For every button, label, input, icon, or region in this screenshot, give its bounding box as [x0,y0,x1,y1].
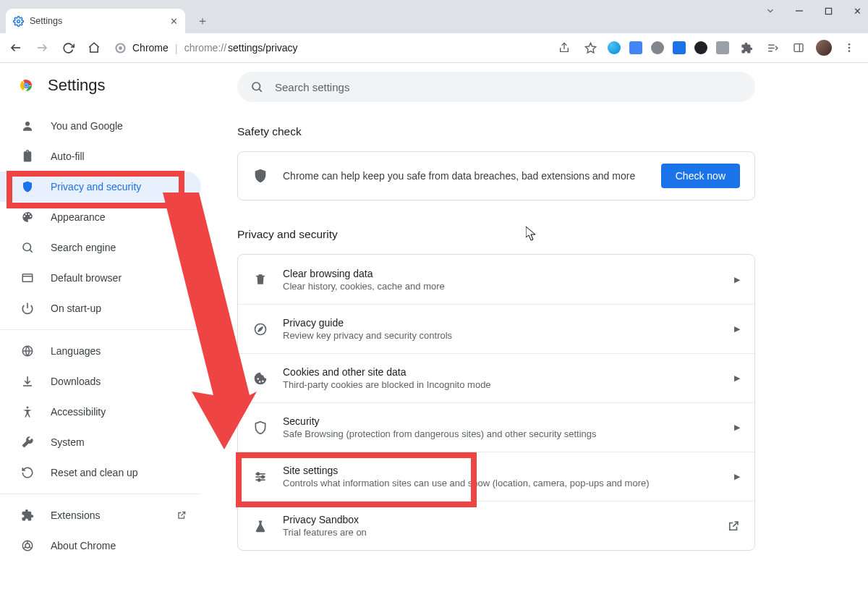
svg-point-44 [257,473,259,475]
sidebar-item-appearance[interactable]: Appearance [0,202,201,232]
new-tab-button[interactable]: ＋ [192,11,213,31]
row-clear-browsing-data[interactable]: Clear browsing dataClear history, cookie… [238,255,754,304]
chevron-right-icon: ▶ [734,373,740,383]
site-info-icon[interactable] [114,42,127,54]
home-button[interactable] [85,39,103,56]
sidebar-item-about-chrome[interactable]: About Chrome [0,530,201,561]
sidebar-item-privacy-security[interactable]: Privacy and security [0,172,201,202]
row-cookies[interactable]: Cookies and other site dataThird-party c… [238,353,754,402]
reading-list-icon[interactable] [764,39,781,56]
svg-point-45 [262,475,264,478]
sidebar-item-reset[interactable]: Reset and clean up [0,457,201,488]
svg-point-15 [848,47,851,49]
window-maximize-button[interactable] [822,4,835,17]
sidebar-item-label: Search engine [51,242,116,253]
puzzle-icon [20,508,35,523]
flask-icon [252,518,268,534]
sidebar-item-accessibility[interactable]: Accessibility [0,397,201,427]
tab-close-icon[interactable]: ✕ [170,16,178,27]
extension-icon-1[interactable] [608,41,621,54]
sidebar-item-label: Extensions [51,509,100,521]
sidebar-item-label: Downloads [51,376,101,387]
safety-check-text: Chrome can help keep you safe from data … [283,170,647,182]
sidebar-item-downloads[interactable]: Downloads [0,366,201,397]
window-close-button[interactable]: ✕ [851,4,864,17]
sidebar-item-default-browser[interactable]: Default browser [0,263,201,293]
svg-point-22 [23,243,31,251]
reload-button[interactable] [59,39,77,56]
sidebar-item-extensions[interactable]: Extensions [0,500,201,530]
search-icon [20,240,35,255]
browser-toolbar: Chrome | chrome://settings/privacy [0,33,868,63]
shield-icon [20,179,35,194]
svg-line-23 [30,250,33,253]
sidebar-item-you-and-google[interactable]: You and Google [0,111,201,141]
row-subtitle: Review key privacy and security controls [283,330,720,341]
back-button[interactable] [7,39,25,56]
extension-icon-4[interactable] [673,41,686,54]
url-path: settings/privacy [228,42,297,54]
svg-line-38 [259,89,262,92]
side-panel-icon[interactable] [790,39,807,56]
search-icon [250,80,263,93]
chevron-down-icon[interactable] [764,4,777,17]
address-bar[interactable]: Chrome | chrome://settings/privacy [111,37,547,59]
row-site-settings[interactable]: Site settingsControls what information s… [238,452,754,501]
browser-tab-settings[interactable]: Settings ✕ [6,9,185,33]
chevron-right-icon: ▶ [734,472,740,481]
chrome-outline-icon [20,538,35,553]
check-now-button[interactable]: Check now [661,164,740,188]
palette-icon [20,210,35,224]
profile-avatar[interactable] [816,40,832,56]
row-privacy-guide[interactable]: Privacy guideReview key privacy and secu… [238,304,754,353]
sidebar-item-label: Languages [51,345,101,357]
row-privacy-sandbox[interactable]: Privacy SandboxTrial features are on [238,501,754,550]
search-settings-input[interactable] [273,80,742,94]
extension-icon-6[interactable] [716,41,729,54]
sidebar-item-languages[interactable]: Languages [0,336,201,366]
download-icon [20,374,35,389]
person-icon [20,119,35,133]
forward-button[interactable] [33,39,51,56]
chrome-logo-icon [17,77,35,94]
sidebar-item-search-engine[interactable]: Search engine [0,232,201,263]
search-settings-bar[interactable] [237,72,755,102]
svg-rect-12 [794,44,803,52]
sidebar-item-autofill[interactable]: Auto-fill [0,141,201,172]
bookmark-star-icon[interactable] [582,39,599,56]
extensions-puzzle-icon[interactable] [738,39,755,56]
nav-divider [0,329,201,330]
row-title: Clear browsing data [283,268,720,279]
window-minimize-button[interactable] [793,4,806,17]
svg-point-21 [25,122,30,126]
extension-icon-2[interactable] [629,41,642,54]
sliders-icon [252,469,268,485]
svg-point-16 [848,50,851,52]
sidebar-item-on-startup[interactable]: On start-up [0,293,201,324]
sidebar-item-label: System [51,436,85,448]
row-subtitle: Trial features are on [283,527,712,538]
svg-line-31 [181,512,184,515]
row-title: Cookies and other site data [283,366,720,378]
svg-line-47 [733,522,738,527]
sidebar-item-label: About Chrome [51,540,116,551]
browser-titlebar: Settings ✕ ＋ ✕ [0,0,868,33]
svg-point-14 [848,43,851,46]
svg-rect-24 [22,274,33,282]
row-security[interactable]: SecuritySafe Browsing (protection from d… [238,402,754,452]
extension-icon-5[interactable] [694,41,707,54]
chrome-menu-icon[interactable] [841,39,858,56]
svg-point-0 [17,20,20,22]
svg-marker-8 [585,43,595,52]
toolbar-actions [556,39,861,56]
extension-icon-3[interactable] [651,41,664,54]
power-icon [20,301,35,316]
svg-point-37 [252,83,260,90]
shield-icon [252,168,268,184]
sidebar-item-system[interactable]: System [0,427,201,457]
share-icon[interactable] [556,39,573,56]
sidebar-item-label: Appearance [51,211,106,223]
safety-check-heading: Safety check [237,125,302,138]
row-title: Security [283,415,720,427]
globe-icon [20,344,35,358]
